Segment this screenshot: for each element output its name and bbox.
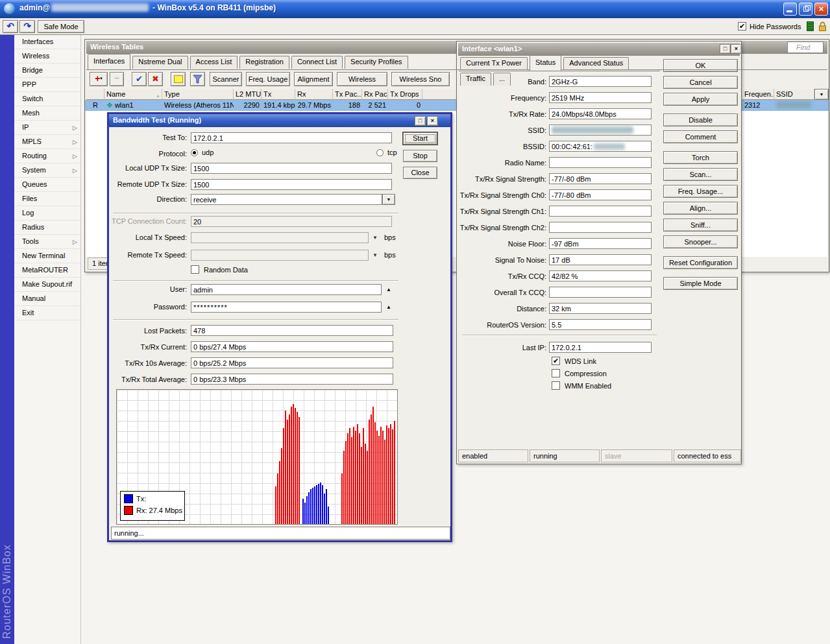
- disable-x-icon: ✖: [152, 74, 159, 84]
- sidebar-item-mpls[interactable]: MPLS▷: [14, 135, 80, 149]
- wt-tab-security-profiles[interactable]: Security Profiles: [345, 56, 408, 69]
- sidebar-item-interfaces[interactable]: Interfaces: [14, 35, 80, 49]
- filter-funnel-icon: [193, 75, 202, 84]
- comment-note-icon: [174, 75, 183, 83]
- status-slave: slave: [601, 449, 672, 462]
- sidebar-item-manual[interactable]: Manual: [14, 292, 80, 306]
- hide-passwords-checkbox[interactable]: ✔: [738, 22, 746, 30]
- comment-button[interactable]: [171, 72, 186, 86]
- bandwidth-test-dialog: Bandwidth Test (Running) □ × Test To: 17…: [107, 112, 452, 542]
- sidebar-item-log[interactable]: Log: [14, 206, 80, 221]
- title-rest: - WinBox v5.4 on RB411 (mipsbe): [153, 3, 276, 12]
- sidebar-item-switch[interactable]: Switch: [14, 92, 80, 106]
- checkmark-icon: ✔: [739, 22, 745, 30]
- toolbar-button-wireless-sno[interactable]: Wireless Sno: [391, 72, 450, 86]
- column-header-name[interactable]: Name▲: [104, 89, 162, 100]
- main-titlebar: admin@- WinBox v5.4 on RB411 (mipsbe) ×: [0, 0, 830, 18]
- find-input[interactable]: Find: [787, 42, 824, 53]
- window-title: admin@- WinBox v5.4 on RB411 (mipsbe): [19, 3, 276, 12]
- sidebar-item-routing[interactable]: Routing▷: [14, 149, 80, 163]
- close-button[interactable]: ×: [814, 3, 828, 16]
- column-header-rx[interactable]: Rx: [295, 89, 333, 100]
- close-icon: ×: [819, 4, 824, 14]
- submenu-arrow-icon: ▷: [73, 150, 77, 163]
- sidebar-item-label: Bridge: [22, 66, 43, 74]
- status-enabled: enabled: [458, 449, 528, 462]
- wt-tab-access-list[interactable]: Access List: [190, 56, 238, 69]
- sidebar-item-label: Switch: [22, 95, 43, 102]
- add-interface-button[interactable]: +▾: [90, 72, 108, 86]
- cell-rx-packets: 2 521: [362, 100, 388, 111]
- toolbar-button-wireless-sniffer[interactable]: Wireless Sniffer: [337, 72, 387, 86]
- wt-tab-interfaces[interactable]: Interfaces: [88, 54, 130, 69]
- wt-tab-connect-list[interactable]: Connect List: [291, 56, 343, 69]
- column-header-tx-packets[interactable]: Tx Pac...: [333, 89, 362, 100]
- sidebar-item-make-supout-rif[interactable]: Make Supout.rif: [14, 278, 80, 292]
- column-header-l2-mtu[interactable]: L2 MTU: [234, 89, 262, 100]
- undo-button[interactable]: ↶: [3, 20, 18, 33]
- sidebar-item-tools[interactable]: Tools▷: [14, 235, 80, 249]
- column-header-rx-packets[interactable]: Rx Pac...: [362, 89, 388, 100]
- column-options-button[interactable]: ▼: [814, 89, 829, 100]
- column-header-flag[interactable]: [86, 89, 104, 100]
- wt-tab-registration[interactable]: Registration: [239, 56, 289, 69]
- column-header-tx-drops[interactable]: Tx Drops: [388, 89, 422, 100]
- interface-name: wlan1: [115, 101, 134, 109]
- restore-button[interactable]: [799, 3, 812, 16]
- sidebar-item-system[interactable]: System▷: [14, 163, 80, 178]
- sort-ascending-icon: ▲: [156, 91, 160, 100]
- winbox-app-icon: [4, 3, 15, 14]
- blurred-router-identity: [51, 3, 149, 12]
- sidebar-item-wireless[interactable]: Wireless: [14, 49, 80, 64]
- sidebar-item-radius[interactable]: Radius: [14, 221, 80, 235]
- column-header-ssid[interactable]: SSID: [774, 89, 814, 100]
- sidebar-item-ppp[interactable]: PPP: [14, 78, 80, 92]
- sidebar-item-label: Exit: [22, 309, 34, 316]
- sidebar-item-new-terminal[interactable]: New Terminal: [14, 249, 80, 263]
- connection-quality-icon: [807, 21, 814, 31]
- sidebar-item-label: Routing: [22, 152, 47, 160]
- toolbar-button-alignment[interactable]: Alignment: [294, 72, 333, 86]
- toolbar-button-scanner[interactable]: Scanner: [210, 72, 242, 86]
- column-header-tx[interactable]: Tx: [262, 89, 295, 100]
- submenu-arrow-icon: ▷: [73, 235, 77, 249]
- column-header-frequen[interactable]: Frequen...: [742, 89, 774, 100]
- disable-button[interactable]: ✖: [148, 72, 163, 86]
- sidebar-item-label: Log: [22, 209, 34, 217]
- sidebar-item-exit[interactable]: Exit: [14, 306, 80, 320]
- cell-type: Wireless (Atheros 11N): [162, 100, 234, 111]
- submenu-arrow-icon: ▷: [73, 164, 77, 178]
- redo-button[interactable]: ↷: [19, 20, 35, 33]
- cell-flag: R: [86, 100, 104, 111]
- sidebar-item-ip[interactable]: IP▷: [14, 121, 80, 135]
- button-close[interactable]: Close: [403, 167, 437, 179]
- sidebar-item-mesh[interactable]: Mesh: [14, 106, 80, 121]
- ssid-blurred-value: [776, 101, 811, 108]
- routeros-winbox-brand: RouterOS WinBox: [1, 529, 14, 639]
- filter-button[interactable]: [190, 72, 205, 86]
- toolbar-button-freq-usage[interactable]: Freq. Usage: [246, 72, 290, 86]
- button-stop[interactable]: Stop: [403, 150, 437, 162]
- sidebar-item-label: Radius: [22, 223, 44, 231]
- sidebar-item-metarouter[interactable]: MetaROUTER: [14, 263, 80, 278]
- remove-interface-button[interactable]: −: [110, 72, 124, 86]
- wt-tab-nstreme-dual[interactable]: Nstreme Dual: [132, 56, 188, 69]
- sidebar-item-label: Manual: [22, 294, 45, 302]
- remove-icon: −: [114, 73, 119, 83]
- redo-icon: ↷: [23, 21, 31, 31]
- button-start[interactable]: Start: [403, 132, 437, 145]
- cell-tx-drops: 0: [388, 100, 422, 111]
- sidebar-menu: InterfacesWirelessBridgePPPSwitchMeshIP▷…: [14, 35, 81, 644]
- tabstrip-line: [86, 69, 827, 70]
- minimize-button[interactable]: [783, 3, 797, 16]
- sidebar-item-files[interactable]: Files: [14, 192, 80, 206]
- sidebar-item-queues[interactable]: Queues: [14, 178, 80, 192]
- enable-button[interactable]: ✔: [132, 72, 147, 86]
- safe-mode-button[interactable]: Safe Mode: [38, 20, 84, 33]
- undo-icon: ↶: [6, 21, 14, 31]
- sidebar-item-bridge[interactable]: Bridge: [14, 64, 80, 78]
- sidebar-item-label: Tools: [22, 237, 39, 245]
- column-header-type[interactable]: Type: [162, 89, 234, 100]
- if-tab-status[interactable]: Status: [530, 55, 561, 71]
- dropdown-icon: ▼: [820, 92, 824, 97]
